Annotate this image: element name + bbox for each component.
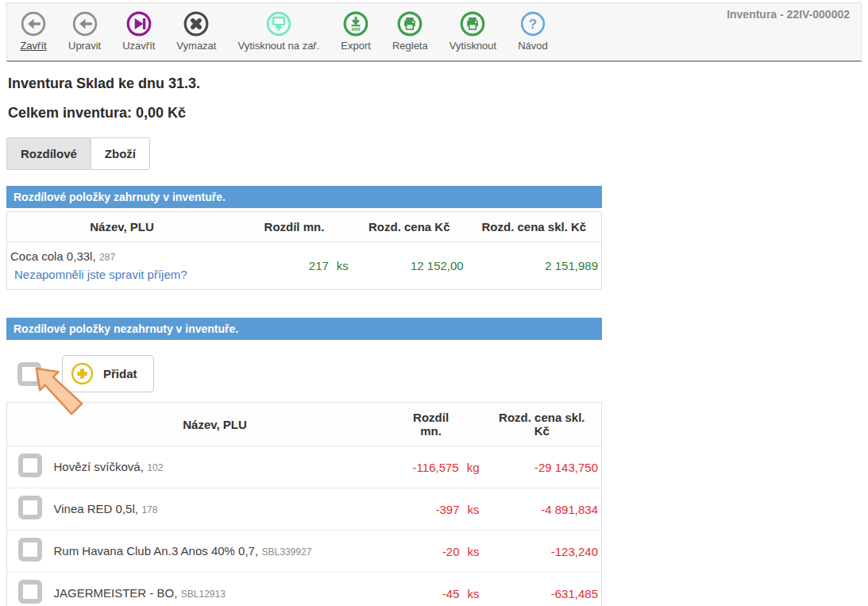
item-plu: 102: [147, 462, 163, 473]
print-to-device-button-label: Vytisknout na zař.: [237, 40, 319, 52]
table-header-row: Název, PLU Rozdíl mn. Rozd. cena Kč Rozd…: [7, 212, 602, 242]
stock-price-diff-value: 2 151,989: [467, 242, 602, 290]
item-plu: SBL339927: [262, 546, 312, 558]
play-close-icon: [125, 10, 152, 37]
column-header-qty-diff: Rozdíl mn.: [237, 212, 352, 242]
main-content: Inventura Sklad ke dnu 31.3. Celkem inve…: [0, 75, 868, 606]
svg-text:xml: xml: [352, 26, 361, 32]
add-button[interactable]: Přidat: [62, 355, 154, 392]
fix-receipt-link[interactable]: Nezapomněli jste spravit příjem?: [14, 268, 187, 281]
help-button[interactable]: ? Návod: [518, 10, 548, 52]
delete-button[interactable]: Vymazat: [176, 10, 216, 52]
close-button-label: Zavřít: [20, 40, 46, 52]
column-header-checkbox: [7, 403, 51, 446]
add-button-label: Přidat: [103, 367, 137, 380]
print-to-device-icon: [265, 10, 292, 37]
qty-diff-value: -397: [436, 503, 460, 516]
toolbar: Zavřít Upravit Uzavřít Vymazat V: [6, 2, 862, 62]
help-question-icon: ?: [519, 10, 546, 37]
excluded-items-section: Rozdílové položky nezahrnuty v inventuře…: [6, 318, 602, 606]
delete-button-label: Vymazat: [176, 40, 216, 52]
select-all-checkbox[interactable]: [17, 362, 41, 386]
print-button-label: Vytisknout: [449, 40, 497, 52]
item-name: JAGERMEISTER - BO,: [53, 586, 177, 600]
printer-icon: [396, 10, 423, 37]
printer-icon: [459, 10, 486, 37]
item-name: Rum Havana Club An.3 Anos 40% 0,7,: [53, 544, 258, 558]
table-row[interactable]: Rum Havana Club An.3 Anos 40% 0,7, SBL33…: [7, 531, 602, 573]
qty-diff-value: 217: [309, 259, 329, 272]
item-name: Vinea RED 0,5l,: [53, 502, 137, 515]
qty-unit: ks: [468, 503, 480, 516]
table-header-row: Název, PLU Rozdíl mn. Rozd. cena skl. Kč: [7, 403, 602, 446]
stock-price-diff-value: -123,240: [483, 531, 602, 573]
add-controls: Přidat: [17, 355, 602, 392]
column-header-price-diff: Rozd. cena Kč: [352, 212, 467, 242]
inventory-total: Celkem inventura: 0,00 Kč: [8, 105, 868, 122]
table-row[interactable]: JAGERMEISTER - BO, SBL12913 -45ks -631,4…: [7, 573, 602, 606]
item-plu: 178: [141, 504, 157, 515]
column-header-stock-price-diff: Rozd. cena skl. Kč: [483, 403, 602, 446]
print-to-device-button[interactable]: Vytisknout na zař.: [237, 10, 319, 52]
svg-text:?: ?: [529, 17, 537, 32]
table-row[interactable]: Coca cola 0,33l, 287 Nezapomněli jste sp…: [7, 242, 602, 290]
export-button[interactable]: xml Export: [341, 10, 371, 52]
edit-button[interactable]: Upravit: [68, 10, 101, 52]
table-row[interactable]: Vinea RED 0,5l, 178 -397ks -4 891,834: [7, 488, 602, 531]
qty-diff-value: -20: [442, 545, 460, 558]
row-checkbox[interactable]: [18, 454, 42, 477]
column-header-qty-diff: Rozdíl mn.: [380, 403, 483, 446]
page-title: Inventura Sklad ke dnu 31.3.: [8, 75, 868, 92]
finalize-button[interactable]: Uzavřít: [122, 10, 155, 52]
qty-unit: ks: [468, 587, 480, 600]
close-button[interactable]: Zavřít: [20, 10, 47, 52]
qty-unit: kg: [467, 461, 480, 474]
delete-x-icon: [183, 10, 210, 37]
column-header-name-plu: Název, PLU: [7, 212, 237, 242]
table-row[interactable]: Hovězí svíčková, 102 -116,575kg -29 143,…: [7, 446, 602, 488]
row-checkbox[interactable]: [18, 538, 42, 562]
help-button-label: Návod: [518, 40, 548, 52]
back-arrow-icon: [20, 10, 47, 37]
qty-diff-value: -116,575: [413, 461, 459, 474]
item-name: Hovězí svíčková,: [53, 460, 143, 473]
back-arrow-icon: [71, 10, 98, 37]
regleta-button-label: Regleta: [392, 40, 428, 52]
finalize-button-label: Uzavřít: [122, 40, 155, 52]
qty-unit: ks: [468, 545, 480, 558]
tab-zbozi[interactable]: Zboží: [91, 137, 150, 170]
excluded-items-table: Název, PLU Rozdíl mn. Rozd. cena skl. Kč…: [6, 402, 602, 606]
document-reference: Inventura - 22IV-000002: [727, 8, 850, 21]
export-xml-icon: xml: [342, 10, 369, 37]
stock-price-diff-value: -4 891,834: [483, 488, 602, 531]
item-name: Coca cola 0,33l,: [10, 249, 96, 263]
row-checkbox[interactable]: [18, 496, 42, 519]
stock-price-diff-value: -631,485: [483, 573, 602, 606]
edit-button-label: Upravit: [68, 40, 101, 52]
column-header-name-plu: Název, PLU: [50, 403, 379, 446]
qty-diff-value: -45: [442, 587, 460, 600]
print-button[interactable]: Vytisknout: [449, 10, 497, 52]
included-section-header: Rozdílové položky zahrnuty v inventuře.: [6, 186, 602, 208]
export-button-label: Export: [341, 40, 371, 52]
included-items-section: Rozdílové položky zahrnuty v inventuře. …: [6, 186, 602, 290]
tab-rozdilove[interactable]: Rozdílové: [6, 137, 91, 170]
stock-price-diff-value: -29 143,750: [483, 446, 602, 488]
price-diff-value: 12 152,00: [352, 242, 467, 290]
row-checkbox[interactable]: [18, 580, 42, 604]
qty-unit: ks: [337, 259, 349, 272]
item-plu: 287: [99, 252, 115, 263]
column-header-stock-price-diff: Rozd. cena skl. Kč: [467, 212, 602, 242]
plus-icon: [71, 362, 94, 385]
regleta-button[interactable]: Regleta: [392, 10, 428, 52]
included-items-table: Název, PLU Rozdíl mn. Rozd. cena Kč Rozd…: [6, 211, 602, 290]
excluded-section-header: Rozdílové položky nezahrnuty v inventuře…: [6, 318, 602, 340]
item-plu: SBL12913: [181, 589, 226, 600]
tab-bar: Rozdílové Zboží: [6, 137, 868, 170]
